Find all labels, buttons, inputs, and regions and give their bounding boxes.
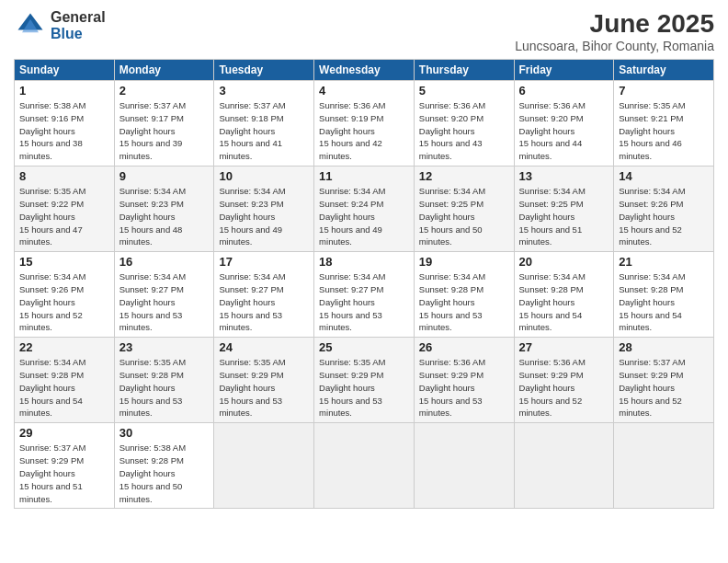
day-info: Sunrise: 5:36 AMSunset: 9:29 PMDaylight … bbox=[519, 357, 586, 418]
day-info: Sunrise: 5:34 AMSunset: 9:23 PMDaylight … bbox=[119, 186, 186, 247]
day-info: Sunrise: 5:34 AMSunset: 9:26 PMDaylight … bbox=[619, 186, 685, 247]
day-header: Saturday bbox=[614, 60, 714, 81]
day-number: 2 bbox=[119, 84, 210, 98]
day-info: Sunrise: 5:34 AMSunset: 9:28 PMDaylight … bbox=[619, 271, 685, 332]
calendar-day: 14 Sunrise: 5:34 AMSunset: 9:26 PMDaylig… bbox=[614, 167, 714, 252]
day-number: 3 bbox=[219, 84, 309, 98]
page: General Blue June 2025 Luncsoara, Bihor … bbox=[0, 0, 728, 563]
day-number: 18 bbox=[319, 255, 409, 269]
day-number: 11 bbox=[319, 169, 409, 183]
day-info: Sunrise: 5:38 AMSunset: 9:28 PMDaylight … bbox=[119, 442, 186, 503]
day-info: Sunrise: 5:35 AMSunset: 9:29 PMDaylight … bbox=[319, 357, 385, 418]
day-info: Sunrise: 5:34 AMSunset: 9:27 PMDaylight … bbox=[119, 271, 186, 332]
calendar-week: 29 Sunrise: 5:37 AMSunset: 9:29 PMDaylig… bbox=[15, 423, 714, 509]
day-info: Sunrise: 5:34 AMSunset: 9:25 PMDaylight … bbox=[519, 186, 586, 247]
calendar: SundayMondayTuesdayWednesdayThursdayFrid… bbox=[14, 59, 714, 509]
calendar-day: 10 Sunrise: 5:34 AMSunset: 9:23 PMDaylig… bbox=[214, 167, 314, 252]
day-info: Sunrise: 5:37 AMSunset: 9:18 PMDaylight … bbox=[219, 100, 285, 161]
day-number: 17 bbox=[219, 255, 309, 269]
calendar-week: 22 Sunrise: 5:34 AMSunset: 9:28 PMDaylig… bbox=[15, 338, 714, 423]
calendar-day: 24 Sunrise: 5:35 AMSunset: 9:29 PMDaylig… bbox=[214, 338, 314, 423]
day-number: 4 bbox=[319, 84, 409, 98]
day-number: 22 bbox=[19, 340, 109, 354]
calendar-week: 8 Sunrise: 5:35 AMSunset: 9:22 PMDayligh… bbox=[15, 167, 714, 252]
day-info: Sunrise: 5:35 AMSunset: 9:21 PMDaylight … bbox=[619, 100, 685, 161]
day-info: Sunrise: 5:38 AMSunset: 9:16 PMDaylight … bbox=[19, 100, 85, 161]
day-number: 29 bbox=[19, 426, 109, 440]
calendar-day: 8 Sunrise: 5:35 AMSunset: 9:22 PMDayligh… bbox=[15, 167, 115, 252]
day-number: 30 bbox=[119, 426, 210, 440]
calendar-day: 21 Sunrise: 5:34 AMSunset: 9:28 PMDaylig… bbox=[614, 252, 714, 338]
calendar-day: 30 Sunrise: 5:38 AMSunset: 9:28 PMDaylig… bbox=[114, 423, 214, 509]
calendar-day: 6 Sunrise: 5:36 AMSunset: 9:20 PMDayligh… bbox=[514, 81, 614, 167]
calendar-day: 22 Sunrise: 5:34 AMSunset: 9:28 PMDaylig… bbox=[15, 338, 115, 423]
calendar-day: 11 Sunrise: 5:34 AMSunset: 9:24 PMDaylig… bbox=[314, 167, 415, 252]
calendar-day: 1 Sunrise: 5:38 AMSunset: 9:16 PMDayligh… bbox=[15, 81, 115, 167]
day-number: 15 bbox=[19, 255, 109, 269]
calendar-day bbox=[514, 423, 614, 509]
day-info: Sunrise: 5:35 AMSunset: 9:22 PMDaylight … bbox=[19, 186, 85, 247]
day-number: 12 bbox=[419, 169, 509, 183]
calendar-day: 29 Sunrise: 5:37 AMSunset: 9:29 PMDaylig… bbox=[15, 423, 115, 509]
day-info: Sunrise: 5:37 AMSunset: 9:17 PMDaylight … bbox=[119, 100, 186, 161]
title-area: June 2025 Luncsoara, Bihor County, Roman… bbox=[515, 9, 714, 53]
calendar-day: 2 Sunrise: 5:37 AMSunset: 9:17 PMDayligh… bbox=[114, 81, 214, 167]
day-number: 1 bbox=[19, 84, 109, 98]
day-info: Sunrise: 5:35 AMSunset: 9:28 PMDaylight … bbox=[119, 357, 186, 418]
day-number: 27 bbox=[519, 340, 609, 354]
day-number: 20 bbox=[519, 255, 609, 269]
calendar-day: 28 Sunrise: 5:37 AMSunset: 9:29 PMDaylig… bbox=[614, 338, 714, 423]
calendar-day: 7 Sunrise: 5:35 AMSunset: 9:21 PMDayligh… bbox=[614, 81, 714, 167]
calendar-day: 19 Sunrise: 5:34 AMSunset: 9:28 PMDaylig… bbox=[414, 252, 514, 338]
day-info: Sunrise: 5:36 AMSunset: 9:19 PMDaylight … bbox=[319, 100, 385, 161]
day-number: 23 bbox=[119, 340, 210, 354]
header: General Blue June 2025 Luncsoara, Bihor … bbox=[14, 9, 714, 53]
calendar-day: 17 Sunrise: 5:34 AMSunset: 9:27 PMDaylig… bbox=[214, 252, 314, 338]
day-info: Sunrise: 5:37 AMSunset: 9:29 PMDaylight … bbox=[619, 357, 685, 418]
day-info: Sunrise: 5:36 AMSunset: 9:29 PMDaylight … bbox=[419, 357, 485, 418]
calendar-day: 3 Sunrise: 5:37 AMSunset: 9:18 PMDayligh… bbox=[214, 81, 314, 167]
day-number: 26 bbox=[419, 340, 509, 354]
day-number: 28 bbox=[619, 340, 709, 354]
calendar-day: 26 Sunrise: 5:36 AMSunset: 9:29 PMDaylig… bbox=[414, 338, 514, 423]
calendar-week: 1 Sunrise: 5:38 AMSunset: 9:16 PMDayligh… bbox=[15, 81, 714, 167]
calendar-day: 23 Sunrise: 5:35 AMSunset: 9:28 PMDaylig… bbox=[114, 338, 214, 423]
day-header: Monday bbox=[114, 60, 214, 81]
calendar-day: 20 Sunrise: 5:34 AMSunset: 9:28 PMDaylig… bbox=[514, 252, 614, 338]
day-header: Thursday bbox=[414, 60, 514, 81]
day-info: Sunrise: 5:34 AMSunset: 9:28 PMDaylight … bbox=[519, 271, 586, 332]
calendar-day: 18 Sunrise: 5:34 AMSunset: 9:27 PMDaylig… bbox=[314, 252, 415, 338]
day-info: Sunrise: 5:34 AMSunset: 9:28 PMDaylight … bbox=[419, 271, 485, 332]
day-info: Sunrise: 5:34 AMSunset: 9:27 PMDaylight … bbox=[319, 271, 385, 332]
day-number: 19 bbox=[419, 255, 509, 269]
day-number: 6 bbox=[519, 84, 609, 98]
logo-general: General bbox=[51, 9, 106, 26]
calendar-day: 25 Sunrise: 5:35 AMSunset: 9:29 PMDaylig… bbox=[314, 338, 415, 423]
calendar-day: 5 Sunrise: 5:36 AMSunset: 9:20 PMDayligh… bbox=[414, 81, 514, 167]
day-info: Sunrise: 5:34 AMSunset: 9:25 PMDaylight … bbox=[419, 186, 485, 247]
calendar-day bbox=[414, 423, 514, 509]
calendar-day bbox=[614, 423, 714, 509]
day-number: 7 bbox=[619, 84, 709, 98]
day-info: Sunrise: 5:34 AMSunset: 9:28 PMDaylight … bbox=[19, 357, 85, 418]
day-number: 13 bbox=[519, 169, 609, 183]
calendar-day bbox=[214, 423, 314, 509]
location: Luncsoara, Bihor County, Romania bbox=[515, 39, 714, 53]
calendar-day: 16 Sunrise: 5:34 AMSunset: 9:27 PMDaylig… bbox=[114, 252, 214, 338]
logo: General Blue bbox=[14, 9, 106, 42]
calendar-day: 12 Sunrise: 5:34 AMSunset: 9:25 PMDaylig… bbox=[414, 167, 514, 252]
day-number: 8 bbox=[19, 169, 109, 183]
calendar-day: 4 Sunrise: 5:36 AMSunset: 9:19 PMDayligh… bbox=[314, 81, 415, 167]
month-title: June 2025 bbox=[515, 9, 714, 39]
calendar-day: 15 Sunrise: 5:34 AMSunset: 9:26 PMDaylig… bbox=[15, 252, 115, 338]
day-info: Sunrise: 5:36 AMSunset: 9:20 PMDaylight … bbox=[519, 100, 586, 161]
logo-blue: Blue bbox=[51, 26, 106, 42]
header-row: SundayMondayTuesdayWednesdayThursdayFrid… bbox=[15, 60, 714, 81]
day-number: 21 bbox=[619, 255, 709, 269]
day-info: Sunrise: 5:34 AMSunset: 9:27 PMDaylight … bbox=[219, 271, 285, 332]
calendar-day: 9 Sunrise: 5:34 AMSunset: 9:23 PMDayligh… bbox=[114, 167, 214, 252]
day-info: Sunrise: 5:34 AMSunset: 9:23 PMDaylight … bbox=[219, 186, 285, 247]
day-number: 9 bbox=[119, 169, 210, 183]
day-header: Sunday bbox=[15, 60, 115, 81]
day-number: 25 bbox=[319, 340, 409, 354]
